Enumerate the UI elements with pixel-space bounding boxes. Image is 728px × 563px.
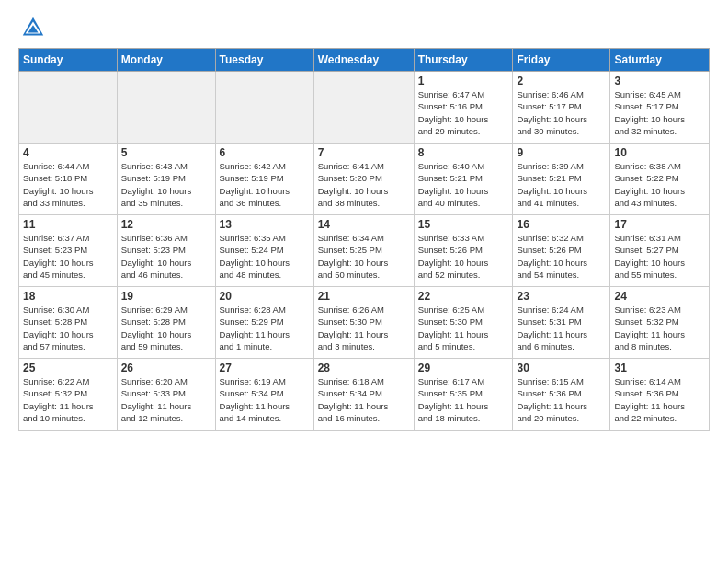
day-cell: 8Sunrise: 6:40 AM Sunset: 5:21 PM Daylig… <box>414 144 513 215</box>
day-info: Sunrise: 6:46 AM Sunset: 5:17 PM Dayligh… <box>517 88 606 137</box>
header-row: SundayMondayTuesdayWednesdayThursdayFrid… <box>19 49 710 72</box>
day-info: Sunrise: 6:45 AM Sunset: 5:17 PM Dayligh… <box>614 88 705 137</box>
day-cell: 18Sunrise: 6:30 AM Sunset: 5:28 PM Dayli… <box>19 287 118 359</box>
day-cell: 24Sunrise: 6:23 AM Sunset: 5:32 PM Dayli… <box>610 287 710 359</box>
col-header-friday: Friday <box>513 49 610 72</box>
day-cell: 29Sunrise: 6:17 AM Sunset: 5:35 PM Dayli… <box>414 359 513 431</box>
week-row-5: 25Sunrise: 6:22 AM Sunset: 5:32 PM Dayli… <box>19 359 710 431</box>
day-info: Sunrise: 6:36 AM Sunset: 5:23 PM Dayligh… <box>121 232 211 281</box>
day-info: Sunrise: 6:17 AM Sunset: 5:35 PM Dayligh… <box>418 375 509 424</box>
day-cell: 9Sunrise: 6:39 AM Sunset: 5:21 PM Daylig… <box>513 144 610 215</box>
day-info: Sunrise: 6:44 AM Sunset: 5:18 PM Dayligh… <box>23 160 113 209</box>
day-cell: 22Sunrise: 6:25 AM Sunset: 5:30 PM Dayli… <box>414 287 513 359</box>
week-row-2: 4Sunrise: 6:44 AM Sunset: 5:18 PM Daylig… <box>19 144 710 215</box>
day-info: Sunrise: 6:41 AM Sunset: 5:20 PM Dayligh… <box>318 160 410 209</box>
day-number: 15 <box>418 218 509 231</box>
day-cell: 11Sunrise: 6:37 AM Sunset: 5:23 PM Dayli… <box>19 215 118 287</box>
day-info: Sunrise: 6:47 AM Sunset: 5:16 PM Dayligh… <box>418 88 509 137</box>
day-info: Sunrise: 6:37 AM Sunset: 5:23 PM Dayligh… <box>23 232 113 281</box>
day-number: 10 <box>614 146 705 159</box>
day-number: 31 <box>614 362 705 374</box>
day-number: 3 <box>614 75 705 87</box>
col-header-wednesday: Wednesday <box>313 49 414 72</box>
week-row-4: 18Sunrise: 6:30 AM Sunset: 5:28 PM Dayli… <box>19 287 710 359</box>
day-number: 25 <box>23 362 113 374</box>
day-cell: 3Sunrise: 6:45 AM Sunset: 5:17 PM Daylig… <box>610 72 710 144</box>
day-info: Sunrise: 6:43 AM Sunset: 5:19 PM Dayligh… <box>121 160 211 209</box>
day-number: 11 <box>23 218 113 231</box>
day-number: 18 <box>23 290 113 303</box>
day-number: 12 <box>121 218 211 231</box>
calendar-page: SundayMondayTuesdayWednesdayThursdayFrid… <box>0 0 728 563</box>
day-number: 8 <box>418 146 509 159</box>
day-number: 27 <box>220 362 310 374</box>
day-cell: 25Sunrise: 6:22 AM Sunset: 5:32 PM Dayli… <box>19 359 118 431</box>
day-number: 29 <box>418 362 509 374</box>
day-cell: 4Sunrise: 6:44 AM Sunset: 5:18 PM Daylig… <box>19 144 118 215</box>
day-number: 13 <box>220 218 310 231</box>
day-cell <box>215 72 313 144</box>
day-info: Sunrise: 6:38 AM Sunset: 5:22 PM Dayligh… <box>614 160 705 209</box>
col-header-saturday: Saturday <box>610 49 710 72</box>
day-info: Sunrise: 6:23 AM Sunset: 5:32 PM Dayligh… <box>614 304 705 352</box>
day-info: Sunrise: 6:31 AM Sunset: 5:27 PM Dayligh… <box>614 232 705 281</box>
day-cell: 7Sunrise: 6:41 AM Sunset: 5:20 PM Daylig… <box>313 144 414 215</box>
day-info: Sunrise: 6:19 AM Sunset: 5:34 PM Dayligh… <box>220 375 310 424</box>
day-info: Sunrise: 6:39 AM Sunset: 5:21 PM Dayligh… <box>517 160 606 209</box>
day-number: 30 <box>517 362 606 374</box>
day-info: Sunrise: 6:22 AM Sunset: 5:32 PM Dayligh… <box>23 375 113 424</box>
day-cell: 5Sunrise: 6:43 AM Sunset: 5:19 PM Daylig… <box>117 144 215 215</box>
day-cell: 10Sunrise: 6:38 AM Sunset: 5:22 PM Dayli… <box>610 144 710 215</box>
header <box>18 15 710 40</box>
day-info: Sunrise: 6:20 AM Sunset: 5:33 PM Dayligh… <box>121 375 211 424</box>
day-info: Sunrise: 6:29 AM Sunset: 5:28 PM Dayligh… <box>121 304 211 352</box>
day-info: Sunrise: 6:26 AM Sunset: 5:30 PM Dayligh… <box>318 304 410 352</box>
day-cell: 13Sunrise: 6:35 AM Sunset: 5:24 PM Dayli… <box>215 215 313 287</box>
day-cell: 20Sunrise: 6:28 AM Sunset: 5:29 PM Dayli… <box>215 287 313 359</box>
day-cell: 12Sunrise: 6:36 AM Sunset: 5:23 PM Dayli… <box>117 215 215 287</box>
day-number: 23 <box>517 290 606 303</box>
day-info: Sunrise: 6:40 AM Sunset: 5:21 PM Dayligh… <box>418 160 509 209</box>
day-number: 6 <box>220 146 310 159</box>
day-number: 28 <box>318 362 410 374</box>
day-number: 1 <box>418 75 509 87</box>
day-cell: 1Sunrise: 6:47 AM Sunset: 5:16 PM Daylig… <box>414 72 513 144</box>
day-info: Sunrise: 6:34 AM Sunset: 5:25 PM Dayligh… <box>318 232 410 281</box>
day-info: Sunrise: 6:25 AM Sunset: 5:30 PM Dayligh… <box>418 304 509 352</box>
day-info: Sunrise: 6:42 AM Sunset: 5:19 PM Dayligh… <box>220 160 310 209</box>
day-number: 9 <box>517 146 606 159</box>
day-number: 24 <box>614 290 705 303</box>
day-info: Sunrise: 6:15 AM Sunset: 5:36 PM Dayligh… <box>517 375 606 424</box>
day-cell: 31Sunrise: 6:14 AM Sunset: 5:36 PM Dayli… <box>610 359 710 431</box>
col-header-thursday: Thursday <box>414 49 513 72</box>
day-cell: 14Sunrise: 6:34 AM Sunset: 5:25 PM Dayli… <box>313 215 414 287</box>
col-header-tuesday: Tuesday <box>215 49 313 72</box>
day-number: 26 <box>121 362 211 374</box>
day-number: 2 <box>517 75 606 87</box>
day-cell <box>313 72 414 144</box>
day-cell: 23Sunrise: 6:24 AM Sunset: 5:31 PM Dayli… <box>513 287 610 359</box>
day-info: Sunrise: 6:14 AM Sunset: 5:36 PM Dayligh… <box>614 375 705 424</box>
day-number: 17 <box>614 218 705 231</box>
day-number: 16 <box>517 218 606 231</box>
day-info: Sunrise: 6:35 AM Sunset: 5:24 PM Dayligh… <box>220 232 310 281</box>
day-cell: 2Sunrise: 6:46 AM Sunset: 5:17 PM Daylig… <box>513 72 610 144</box>
day-cell: 6Sunrise: 6:42 AM Sunset: 5:19 PM Daylig… <box>215 144 313 215</box>
logo <box>18 15 46 40</box>
day-cell: 30Sunrise: 6:15 AM Sunset: 5:36 PM Dayli… <box>513 359 610 431</box>
day-cell: 21Sunrise: 6:26 AM Sunset: 5:30 PM Dayli… <box>313 287 414 359</box>
day-cell: 27Sunrise: 6:19 AM Sunset: 5:34 PM Dayli… <box>215 359 313 431</box>
day-info: Sunrise: 6:28 AM Sunset: 5:29 PM Dayligh… <box>220 304 310 352</box>
day-info: Sunrise: 6:30 AM Sunset: 5:28 PM Dayligh… <box>23 304 113 352</box>
day-cell: 19Sunrise: 6:29 AM Sunset: 5:28 PM Dayli… <box>117 287 215 359</box>
day-cell: 15Sunrise: 6:33 AM Sunset: 5:26 PM Dayli… <box>414 215 513 287</box>
day-info: Sunrise: 6:32 AM Sunset: 5:26 PM Dayligh… <box>517 232 606 281</box>
day-cell: 28Sunrise: 6:18 AM Sunset: 5:34 PM Dayli… <box>313 359 414 431</box>
day-number: 22 <box>418 290 509 303</box>
day-number: 21 <box>318 290 410 303</box>
day-cell <box>19 72 118 144</box>
day-number: 19 <box>121 290 211 303</box>
day-info: Sunrise: 6:18 AM Sunset: 5:34 PM Dayligh… <box>318 375 410 424</box>
day-info: Sunrise: 6:33 AM Sunset: 5:26 PM Dayligh… <box>418 232 509 281</box>
day-cell: 26Sunrise: 6:20 AM Sunset: 5:33 PM Dayli… <box>117 359 215 431</box>
